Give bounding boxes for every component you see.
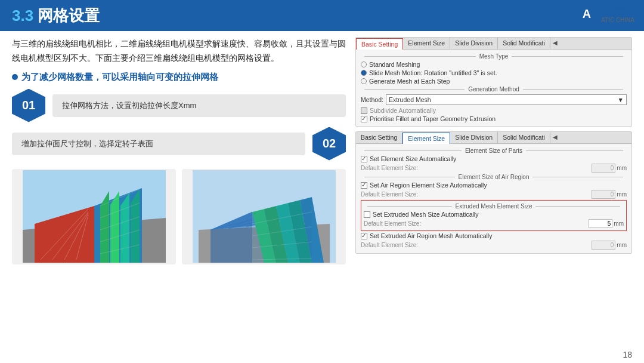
tab-element-size-bot[interactable]: Element Size [402,133,450,144]
mesh-svg-1 [23,170,166,263]
checkbox-extruded-auto: Set Extruded Mesh Size Automatically [364,211,624,218]
svg-text:A: A [583,7,591,20]
checkbox-subdivide: Subdivide Automatically [361,107,627,114]
step-1-row: 01 拉伸网格方法，设置初始拉伸长度Xmm [12,89,346,122]
checkbox-ext-air-auto: Set Extruded Air Region Mesh Automatical… [361,232,627,239]
checkbox-subdivide-btn[interactable] [361,107,367,114]
tab-slide-division-bot[interactable]: Slide Division [450,132,498,143]
checkbox-parts-auto: Set Element Size Automatically [361,155,627,162]
extruded-default-size-input[interactable] [589,219,612,228]
extruded-mesh-section-highlighted: Extruded Mesh Element Size Set Extruded … [361,200,627,231]
checkbox-air-auto-btn[interactable] [361,182,367,189]
tab-more-bot-icon: ◀ [550,132,560,143]
extruded-default-size-row: Default Element Size: mm [364,219,624,228]
right-panel: Basic Setting Element Size Slide Divisio… [355,37,632,358]
air-region-section: Element Size of Air Region [364,174,623,180]
logo-icon: A [576,4,597,25]
mesh-image-1 [12,169,176,264]
mesh-svg-2 [193,170,336,263]
ui-panel-bottom-body: Element Size of Parts Set Element Size A… [356,144,631,253]
checkbox-prioritise: Prioritise Fillet and Taper Geometry Ext… [361,115,627,122]
radio-slide-mesh: Slide Mesh Motion: Rotation "untitled 3"… [361,69,627,76]
step-2-hex: 02 [312,127,346,161]
steps-area: 01 拉伸网格方法，设置初始拉伸长度Xmm 增加拉伸面尺寸控制，选择定转子表面 … [12,89,346,161]
mesh-type-section: Mesh Type [364,53,623,60]
logo-area: A 艾迪捷 ATIC CHINA [576,4,634,25]
tab-basic-setting[interactable]: Basic Setting [356,38,403,50]
parts-default-size-row: Default Element Size: mm [361,164,627,173]
parts-default-size-input[interactable] [592,164,615,173]
images-area [12,169,346,264]
page-number: 18 [623,350,632,359]
parts-section: Element Size of Parts [364,147,623,154]
header: 3.3 网格设置 [0,0,644,31]
logo-text: 艾迪捷 ATIC CHINA [601,6,634,23]
ui-tabs-bottom: Basic Setting Element Size Slide Divisio… [356,132,631,144]
dropdown-arrow-icon: ▼ [618,96,624,103]
content-area: 与三维的扁线绕组电机相比，二维扁线绕组电机模型求解速度快、容易收敛，且其设置与圆… [0,31,644,363]
ui-panel-top: Basic Setting Element Size Slide Divisio… [355,37,632,127]
checkbox-air-auto: Set Air Region Element Size Automaticall… [361,182,627,189]
step-2-row: 增加拉伸面尺寸控制，选择定转子表面 02 [12,127,346,161]
method-field-row: Method: Extruded Mesh ▼ [361,94,627,105]
tab-element-size-top[interactable]: Element Size [403,38,450,49]
bullet-point: 为了减少网格数量，可以采用轴向可变的拉伸网格 [12,72,346,83]
tab-solid-modifi-top[interactable]: Solid Modificati [498,38,550,49]
ui-panel-bottom: Basic Setting Element Size Slide Divisio… [355,131,632,254]
ext-air-default-size-row: Default Element Size: mm [361,241,627,250]
extruded-section: Extruded Mesh Element Size [367,203,620,210]
mesh-image-2 [182,169,346,264]
ext-air-default-size-input[interactable] [592,241,615,250]
checkbox-ext-air-auto-btn[interactable] [361,233,367,239]
ui-tabs-top: Basic Setting Element Size Slide Divisio… [356,38,631,50]
radio-generate-mesh-btn[interactable] [361,78,367,84]
left-panel: 与三维的扁线绕组电机相比，二维扁线绕组电机模型求解速度快、容易收敛，且其设置与圆… [12,37,346,358]
air-default-size-input[interactable] [592,190,615,199]
intro-text: 与三维的扁线绕组电机相比，二维扁线绕组电机模型求解速度快、容易收敛，且其设置与圆… [12,37,346,66]
bullet-dot-icon [12,74,18,80]
gen-method-section: Generation Method [364,86,623,93]
tab-more-icon: ◀ [550,38,560,49]
air-default-size-row: Default Element Size: mm [361,190,627,199]
radio-slide-mesh-btn[interactable] [361,70,367,76]
page-title: 3.3 网格设置 [12,5,100,26]
radio-generate-mesh: Generate Mesh at Each Step [361,78,627,85]
step-1-label: 拉伸网格方法，设置初始拉伸长度Xmm [52,94,346,117]
checkbox-prioritise-btn[interactable] [361,116,367,122]
tab-slide-division-top[interactable]: Slide Division [450,38,498,49]
radio-standard-btn[interactable] [361,61,367,67]
method-dropdown[interactable]: Extruded Mesh ▼ [386,94,627,105]
tab-basic-setting-bot[interactable]: Basic Setting [356,132,402,143]
title-number: 3.3 [12,7,33,24]
step-1-hex: 01 [12,89,45,122]
tab-solid-modifi-bot[interactable]: Solid Modificati [498,132,550,143]
checkbox-parts-auto-btn[interactable] [361,156,367,162]
ui-panel-top-body: Mesh Type Standard Meshing Slide Mesh Mo… [356,50,631,126]
checkbox-extruded-auto-btn[interactable] [364,211,370,218]
radio-standard: Standard Meshing [361,61,627,68]
step-2-label: 增加拉伸面尺寸控制，选择定转子表面 [12,133,305,155]
